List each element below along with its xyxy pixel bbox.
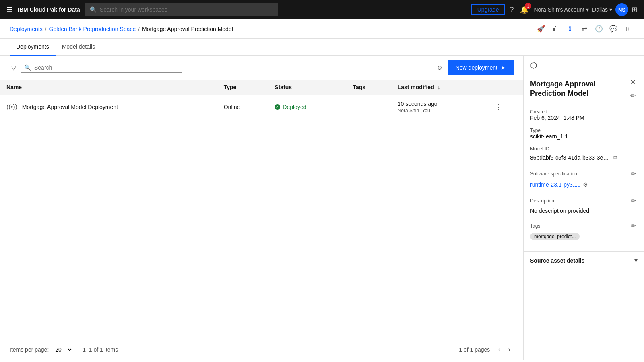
breadcrumb-bar: Deployments / Golden Bank Preproduction … (0, 19, 644, 39)
items-per-page-select[interactable]: 20 50 100 (52, 345, 73, 354)
info-action-button[interactable]: ℹ (564, 23, 576, 35)
breadcrumb-separator-1: / (45, 26, 47, 32)
global-search[interactable]: 🔍 (85, 3, 278, 16)
next-page-button[interactable]: › (505, 344, 514, 355)
tab-model-details-label: Model details (62, 43, 95, 50)
table-row: ((•)) Mortgage Approval Model Deployment… (0, 95, 523, 119)
hamburger-menu[interactable]: ☰ (6, 5, 13, 14)
table-container: Name Type Status Tags Last modified ↓ (0, 80, 523, 339)
tags-label: Tags (530, 223, 540, 229)
send-icon: ➤ (501, 64, 506, 71)
panel-title: Mortgage Approval Prediction Model (530, 80, 628, 99)
share-action-button[interactable]: 🚀 (535, 23, 547, 35)
breadcrumb-separator-2: / (138, 26, 140, 32)
col-last-modified[interactable]: Last modified ↓ (391, 80, 488, 95)
panel-close-button[interactable]: ✕ (628, 76, 638, 88)
col-status: Status (268, 80, 346, 95)
last-modified-time: 10 seconds ago (398, 101, 482, 107)
notifications-badge: 1 (525, 3, 531, 9)
software-spec-gear-button[interactable]: ⚙ (582, 181, 589, 189)
deployment-icon: ((•)) (6, 103, 17, 110)
upgrade-button[interactable]: Upgrade (471, 4, 505, 15)
breadcrumb-space[interactable]: Golden Bank Preproduction Space (49, 26, 136, 32)
description-value: No description provided. (530, 208, 638, 214)
top-navigation: ☰ IBM Cloud Pak for Data 🔍 Upgrade ? 🔔 1… (0, 0, 644, 19)
source-asset-toggle[interactable]: Source asset details ▾ (530, 257, 638, 264)
new-deployment-label: New deployment (456, 64, 497, 71)
panel-edit-button[interactable]: ✏ (628, 90, 638, 101)
refresh-icon: ↻ (437, 64, 442, 71)
breadcrumb-deployments[interactable]: Deployments (10, 26, 43, 32)
account-chevron-icon: ▾ (586, 6, 589, 13)
app-switcher-button[interactable]: ⊞ (632, 5, 638, 14)
grid-icon: ⊞ (625, 25, 631, 33)
history-icon: 🕐 (595, 25, 603, 33)
tab-model-details[interactable]: Model details (56, 39, 102, 56)
filter-button[interactable]: ▽ (10, 62, 18, 73)
source-asset-section: Source asset details ▾ (524, 252, 644, 269)
history-action-button[interactable]: 🕐 (592, 23, 605, 35)
description-label: Description (530, 198, 554, 204)
table-toolbar: ▽ 🔍 ↻ New deployment ➤ (0, 56, 523, 80)
col-type: Type (217, 80, 268, 95)
table-search-input[interactable] (34, 64, 179, 71)
table-search-icon: 🔍 (24, 64, 31, 71)
compare-action-button[interactable]: ⇄ (578, 23, 591, 35)
table-header: Name Type Status Tags Last modified ↓ (0, 80, 523, 95)
compare-icon: ⇄ (582, 25, 587, 33)
panel-header-actions: ✕ ✏ (628, 76, 638, 101)
col-name: Name (0, 80, 217, 95)
deployment-name: Mortgage Approval Model Deployment (22, 104, 118, 110)
chat-action-button[interactable]: 💬 (607, 23, 620, 35)
share-icon: 🚀 (537, 25, 545, 33)
prev-page-button[interactable]: ‹ (495, 344, 503, 355)
notifications-button[interactable]: 🔔 1 (518, 4, 530, 16)
table-search[interactable]: 🔍 (21, 63, 182, 73)
type-label: Type (530, 128, 638, 133)
account-switcher[interactable]: Nora Shin's Account ▾ (534, 6, 589, 13)
table-area: ▽ 🔍 ↻ New deployment ➤ Name (0, 56, 523, 360)
status-label: Deployed (283, 104, 306, 110)
copy-model-id-button[interactable]: ⧉ (612, 153, 618, 162)
software-spec-label: Software specification (530, 171, 577, 177)
panel-created-field: Created Feb 6, 2024, 1:48 PM (530, 109, 638, 121)
type-value: scikit-learn_1.1 (530, 133, 638, 140)
sort-icon: ↓ (438, 84, 440, 90)
search-input[interactable] (100, 6, 273, 13)
model-id-value: 86bdabf5-c5f8-41da-b333-3eedbe... (530, 154, 611, 161)
tags-edit-button[interactable]: ✏ (629, 220, 638, 231)
row-overflow-menu[interactable]: ⋮ (495, 103, 502, 111)
account-name: Nora Shin's Account (534, 6, 584, 13)
description-edit-button[interactable]: ✏ (629, 195, 638, 206)
panel-model-icon: ⬡ (524, 56, 644, 70)
delete-action-button[interactable]: 🗑 (549, 23, 562, 35)
region-label: Dallas (592, 6, 608, 13)
right-panel: ⬡ Mortgage Approval Prediction Model ✕ ✏… (523, 56, 644, 360)
status-indicator (275, 104, 280, 110)
info-icon: ℹ (569, 25, 571, 32)
grid-action-button[interactable]: ⊞ (621, 23, 634, 35)
created-value: Feb 6, 2024, 1:48 PM (530, 115, 638, 121)
region-switcher[interactable]: Dallas ▾ (592, 6, 612, 13)
items-per-page: Items per page: 20 50 100 (10, 345, 73, 354)
refresh-button[interactable]: ↻ (434, 62, 444, 74)
page-range-info: 1–1 of 1 items (83, 346, 118, 353)
page-count-label: 1 of 1 pages (459, 346, 490, 353)
region-chevron-icon: ▾ (609, 6, 612, 13)
tab-deployments-label: Deployments (16, 43, 49, 50)
cell-row-actions: ⋮ (488, 95, 523, 119)
panel-tags-field: Tags ✏ mortgage_predict... (530, 220, 638, 240)
new-deployment-button[interactable]: New deployment ➤ (448, 60, 514, 75)
panel-type-field: Type scikit-learn_1.1 (530, 128, 638, 140)
panel-header: Mortgage Approval Prediction Model ✕ ✏ (524, 70, 644, 104)
items-per-page-label: Items per page: (10, 346, 49, 353)
deployments-table: Name Type Status Tags Last modified ↓ (0, 80, 523, 119)
software-spec-edit-button[interactable]: ✏ (629, 168, 638, 179)
software-spec-value[interactable]: runtime-23.1-py3.10 (530, 181, 580, 188)
help-button[interactable]: ? (508, 4, 515, 16)
panel-software-spec-field: Software specification ✏ runtime-23.1-py… (530, 168, 638, 189)
tab-deployments[interactable]: Deployments (10, 39, 56, 56)
panel-metadata-section: Created Feb 6, 2024, 1:48 PM Type scikit… (524, 104, 644, 252)
app-brand: IBM Cloud Pak for Data (18, 6, 80, 13)
avatar[interactable]: NS (615, 3, 628, 16)
